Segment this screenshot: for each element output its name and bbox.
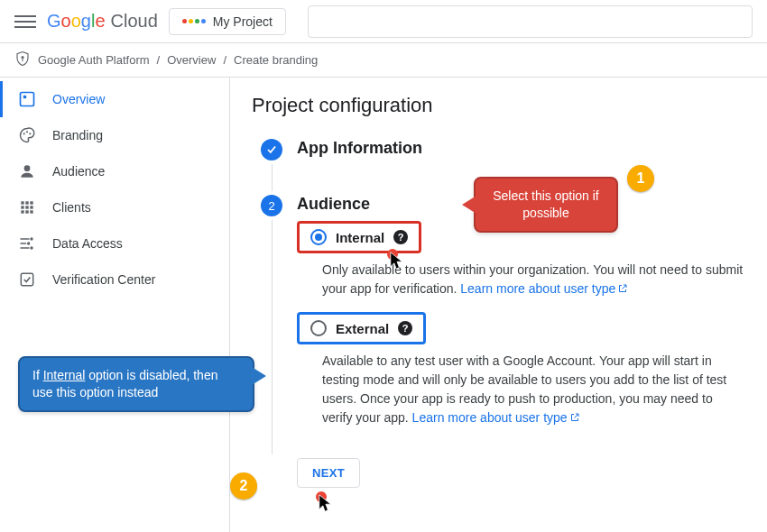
project-selector[interactable]: My Project [169,8,286,35]
svg-rect-8 [21,201,23,204]
radio-label: Internal [336,230,384,245]
next-button[interactable]: NEXT [297,458,360,488]
google-cloud-logo[interactable]: Google Cloud [47,11,158,32]
external-link-icon [569,409,580,428]
step-number-badge: 2 [261,195,282,216]
help-icon[interactable]: ? [398,321,412,335]
annotation-callout-2: If Internal option is disabled, then use… [18,356,254,412]
sidebar-label: Overview [52,92,105,106]
svg-rect-13 [30,206,32,208]
sidebar-item-data-access[interactable]: Data Access [0,225,229,261]
svg-rect-3 [23,96,26,98]
svg-point-17 [30,237,32,240]
svg-point-6 [29,133,31,134]
svg-rect-16 [30,210,32,213]
palette-icon [18,126,36,144]
sidebar-item-overview[interactable]: Overview [0,81,229,117]
external-link-icon [617,280,628,299]
logo-cloud-text: Cloud [111,11,158,32]
breadcrumb-item[interactable]: Create branding [234,53,318,67]
breadcrumb-sep: / [223,53,226,67]
page-title: Project configuration [252,94,745,117]
radio-selected-icon [310,229,327,245]
svg-rect-15 [25,210,28,213]
svg-rect-2 [21,93,34,106]
svg-point-4 [23,133,25,134]
svg-rect-11 [21,206,23,208]
check-box-icon [18,271,36,289]
svg-rect-9 [25,201,28,204]
external-description: Available to any test user with a Google… [322,352,745,428]
radio-external[interactable]: External ? [305,316,418,340]
grid-icon [18,198,36,216]
sidebar-label: Data Access [52,236,123,251]
highlight-external: External ? [297,312,426,344]
breadcrumb-item[interactable]: Google Auth Platform [38,53,150,67]
sidebar-label: Clients [52,200,91,215]
sidebar-label: Verification Center [52,272,155,287]
breadcrumb-sep: / [157,53,161,67]
person-icon [18,162,36,180]
dashboard-icon [18,90,36,108]
sidebar-label: Branding [52,128,103,142]
svg-point-5 [26,131,28,133]
search-input[interactable] [308,5,753,38]
help-icon[interactable]: ? [393,230,408,244]
radio-label: External [336,321,389,336]
sidebar-item-audience[interactable]: Audience [0,153,229,189]
radio-internal[interactable]: Internal ? [305,225,413,249]
svg-point-19 [30,246,32,249]
breadcrumb: Google Auth Platform / Overview / Create… [0,43,767,78]
sidebar: Overview Branding Audience Clients Data … [0,78,230,532]
project-name: My Project [213,14,273,29]
svg-rect-1 [22,58,23,61]
learn-more-link[interactable]: Learn more about user type [412,410,580,425]
tune-icon [18,234,36,252]
sidebar-item-clients[interactable]: Clients [0,189,229,225]
header: Google Cloud My Project [0,0,767,43]
svg-rect-20 [21,273,32,285]
annotation-badge-2: 2 [230,472,257,500]
sidebar-item-verification[interactable]: Verification Center [0,261,229,298]
annotation-callout-1: Select this option if possible [474,177,618,233]
step-title-app-info: App Information [297,139,745,158]
breadcrumb-item[interactable]: Overview [167,53,216,67]
svg-point-18 [27,242,30,244]
svg-rect-12 [25,206,28,208]
svg-point-7 [24,165,31,171]
learn-more-link[interactable]: Learn more about user type [460,281,628,296]
menu-icon[interactable] [14,11,36,32]
annotation-badge-1: 1 [627,165,654,192]
sidebar-item-branding[interactable]: Branding [0,117,229,153]
project-dots-icon [182,19,206,23]
sidebar-label: Audience [52,164,105,179]
highlight-internal: Internal ? [297,221,421,253]
radio-unselected-icon [310,320,327,336]
internal-description: Only available to users within your orga… [322,261,745,299]
step-done-icon [261,139,282,161]
svg-rect-10 [30,201,32,204]
shield-icon [14,50,31,69]
svg-rect-14 [21,210,23,213]
main-content: Project configuration App Information 2 [230,78,767,532]
